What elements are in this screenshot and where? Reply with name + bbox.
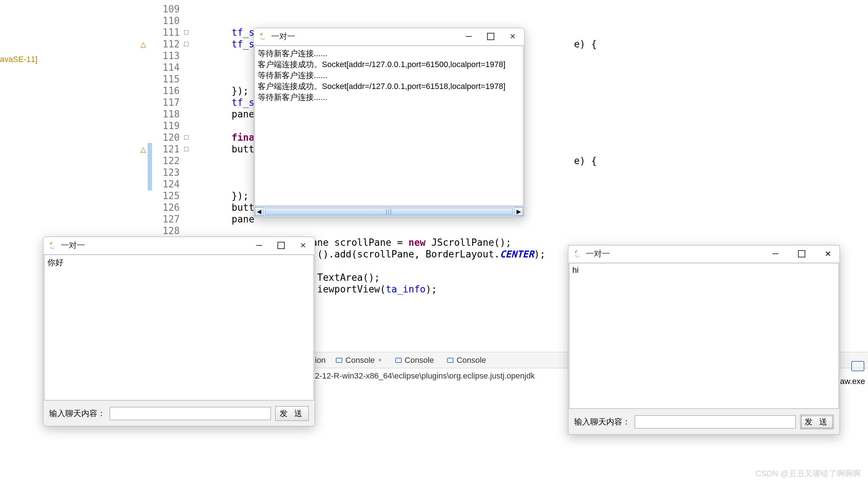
code-line (186, 62, 192, 73)
console-icon[interactable] (851, 361, 864, 371)
minimize-button[interactable] (770, 249, 781, 259)
minimize-button[interactable] (464, 31, 474, 42)
line-number: 126 (148, 202, 183, 213)
line-number: 127 (148, 213, 183, 225)
log-line: 等待新客户连接...... (258, 48, 520, 59)
maximize-button[interactable] (797, 249, 807, 259)
code-line: butt (186, 144, 254, 155)
close-icon[interactable]: × (378, 356, 382, 364)
java-icon (257, 31, 268, 42)
minimize-button[interactable] (254, 240, 264, 251)
line-number: 115 (148, 73, 183, 85)
input-label: 输入聊天内容： (49, 408, 105, 419)
server-window[interactable]: 一对一 等待新客户连接...... 客户端连接成功。Socket[addr=/1… (253, 28, 525, 217)
code-line: }); (186, 190, 249, 201)
close-button[interactable] (298, 240, 308, 251)
console-tab[interactable]: Console (444, 356, 489, 365)
line-number: 114 (148, 62, 183, 73)
code-line (186, 120, 192, 131)
line-number: 120 (148, 132, 183, 143)
line-number: 123 (148, 167, 183, 178)
java-icon (572, 249, 582, 259)
titlebar[interactable]: 一对一 (43, 237, 315, 254)
server-log-textarea[interactable]: 等待新客户连接...... 客户端连接成功。Socket[addr=/127.0… (254, 46, 523, 206)
scrollbar-thumb[interactable]: ||| (265, 208, 513, 215)
line-number: 125 (148, 190, 183, 202)
line-number: △121 (148, 143, 183, 155)
line-number: 117 (148, 97, 183, 108)
code-line: pane (186, 109, 254, 120)
close-button[interactable] (823, 249, 833, 259)
code-line (186, 179, 192, 190)
console-process-path-fragment: aw.exe (840, 377, 865, 386)
line-number: △112 (148, 38, 183, 50)
line-number: 109 (148, 3, 183, 15)
code-line: butt (186, 202, 254, 213)
input-panel: 输入聊天内容： 发 送 (43, 401, 315, 426)
console-tab[interactable]: Console (392, 356, 437, 365)
chat-textarea[interactable]: hi (569, 263, 839, 409)
chat-textarea[interactable]: 你好 (44, 255, 314, 400)
line-number: 122 (148, 155, 183, 167)
client1-window[interactable]: 一对一 你好 输入聊天内容： 发 送 (43, 237, 315, 426)
scroll-left-arrow[interactable]: ◄ (255, 207, 264, 216)
line-number-gutter: 109 110 111 △112 113 114 115 116 117 118… (148, 3, 183, 237)
window-title: 一对一 (586, 248, 770, 259)
line-number: 110 (148, 15, 183, 27)
console-icon (336, 358, 342, 363)
line-number: 119 (148, 120, 183, 132)
console-tab-fragment: ion (315, 356, 326, 365)
line-number: 128 (148, 225, 183, 237)
line-number: 113 (148, 50, 183, 62)
code-line: final (186, 132, 260, 143)
console-icon (447, 358, 454, 363)
line-number: 118 (148, 108, 183, 120)
console-icon (395, 358, 402, 363)
project-tree-fragment: avaSE-11] (0, 55, 38, 64)
warning-icon: △ (140, 38, 146, 50)
horizontal-scrollbar[interactable]: ◄ ||| ► (254, 207, 523, 216)
code-line (186, 74, 192, 85)
watermark: CSDN @丑丑又哪错了啊啊啊 (755, 468, 861, 479)
scroll-right-arrow[interactable]: ► (514, 207, 523, 216)
code-line: }); (186, 85, 249, 96)
code-line (186, 50, 192, 61)
window-title: 一对一 (271, 31, 464, 42)
send-button[interactable]: 发 送 (275, 406, 309, 421)
code-line: pane (186, 214, 254, 225)
log-line: 客户端连接成功。Socket[addr=/127.0.0.1,port=6151… (258, 81, 520, 92)
client2-window[interactable]: 一对一 hi 输入聊天内容： 发 送 (568, 245, 840, 435)
code-line (186, 225, 192, 236)
send-button[interactable]: 发 送 (800, 415, 834, 429)
chat-message: 你好 (47, 258, 63, 267)
log-line: 等待新客户连接...... (258, 92, 520, 103)
titlebar[interactable]: 一对一 (568, 245, 840, 262)
line-number: 111 (148, 27, 183, 38)
chat-message: hi (572, 265, 579, 275)
code-line (186, 167, 192, 178)
console-tab[interactable]: Console× (333, 356, 385, 365)
input-label: 输入聊天内容： (574, 416, 630, 427)
maximize-button[interactable] (276, 240, 286, 251)
code-line: tf_s (186, 97, 254, 108)
warning-icon: △ (140, 143, 146, 155)
log-line: 客户端连接成功。Socket[addr=/127.0.0.1,port=6150… (258, 59, 520, 70)
chat-input[interactable] (635, 415, 796, 428)
line-number: 124 (148, 178, 183, 190)
window-title: 一对一 (61, 240, 254, 251)
close-button[interactable] (507, 31, 518, 42)
titlebar[interactable]: 一对一 (254, 28, 524, 45)
log-line: 等待新客户连接...... (258, 70, 520, 81)
input-panel: 输入聊天内容： 发 送 (568, 410, 840, 434)
code-line (186, 15, 192, 26)
maximize-button[interactable] (486, 31, 496, 42)
java-icon (47, 240, 57, 251)
line-number: 116 (148, 85, 183, 97)
chat-input[interactable] (110, 407, 271, 420)
